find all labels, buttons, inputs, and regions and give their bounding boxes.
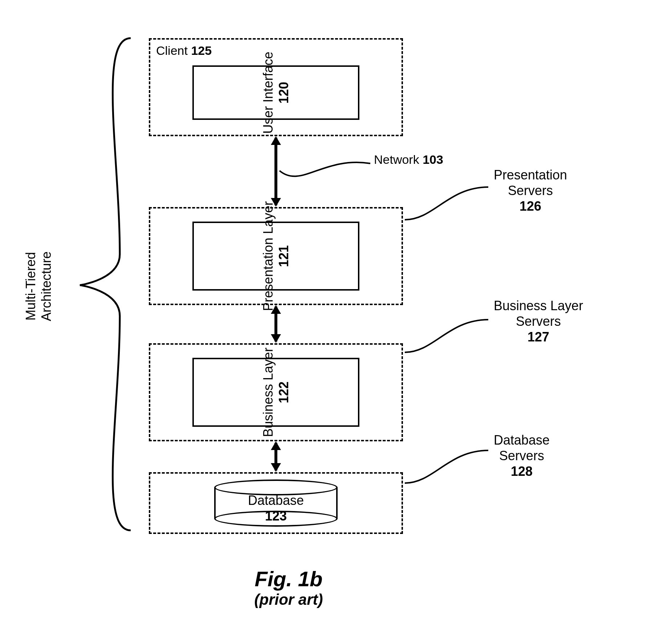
arrow-pres-biz-down — [271, 334, 281, 343]
network-label: Network 103 — [374, 153, 443, 167]
presentation-servers-label: Presentation Servers126 — [494, 167, 567, 214]
database-servers-connector — [405, 447, 492, 490]
presentation-layer-box: Presentation Layer121 — [192, 222, 359, 291]
presentation-servers-connector — [405, 183, 492, 227]
client-label: Client 125 — [156, 44, 212, 58]
business-servers-label: Business Layer Servers127 — [494, 298, 583, 345]
business-servers-connector — [405, 316, 492, 360]
left-brace — [76, 36, 134, 534]
figure-caption: Fig. 1b (prior art) — [225, 567, 352, 608]
arrow-pres-biz-up — [271, 305, 281, 314]
arrow-ui-pres-up — [271, 136, 281, 145]
database-servers-label: Database Servers128 — [494, 432, 550, 479]
arrow-biz-db-down — [271, 463, 281, 472]
arrow-ui-pres — [274, 138, 277, 205]
business-layer-box: Business Layer122 — [192, 358, 359, 427]
arrow-biz-db-up — [271, 441, 281, 450]
left-group-label: Multi-Tiered Architecture — [23, 251, 54, 321]
network-connector — [280, 160, 374, 189]
user-interface-box: User Interface120 — [192, 65, 359, 120]
database-cylinder: Database123 — [214, 479, 338, 527]
